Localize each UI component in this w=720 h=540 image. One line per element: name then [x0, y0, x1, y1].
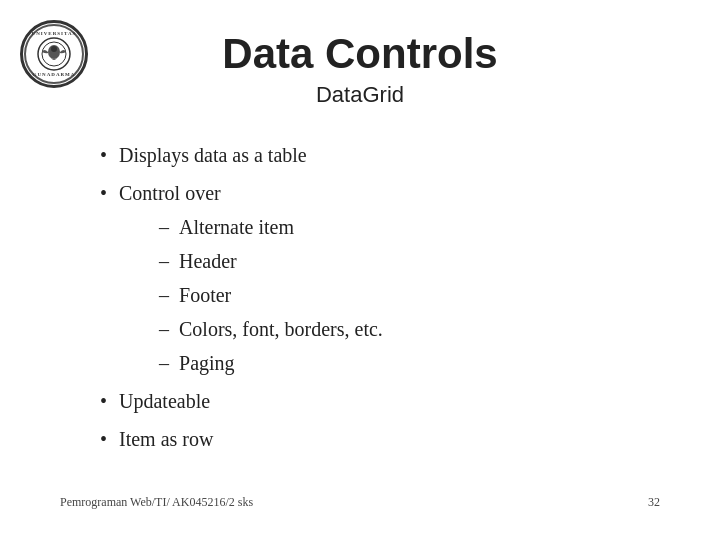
dash-2: – [159, 244, 169, 278]
bullet-item-3: • Updateable [100, 384, 660, 418]
bullet-text-4: Item as row [119, 422, 213, 456]
bullet-text-2: Control over [119, 182, 221, 204]
bullet-item-2: • Control over – Alternate item – Header [100, 176, 660, 380]
sub-text-4: Colors, font, borders, etc. [179, 312, 383, 346]
sub-item-1: – Alternate item [159, 210, 383, 244]
dash-3: – [159, 278, 169, 312]
logo-bottom-text: GUNADARMA [33, 72, 76, 77]
slide: UNIVERSITAS GUNADARMA [0, 0, 720, 540]
bullet-item-4: • Item as row [100, 422, 660, 456]
bullet-dot-1: • [100, 138, 107, 172]
sub-bullet-list: – Alternate item – Header – Footer – [119, 210, 383, 380]
dash-1: – [159, 210, 169, 244]
dash-4: – [159, 312, 169, 346]
sub-text-2: Header [179, 244, 237, 278]
main-bullet-list: • Displays data as a table • Control ove… [100, 138, 660, 456]
slide-header: UNIVERSITAS GUNADARMA [60, 30, 660, 108]
bullet-item-1: • Displays data as a table [100, 138, 660, 172]
logo-emblem-svg [36, 36, 72, 72]
sub-text-5: Paging [179, 346, 235, 380]
svg-point-3 [51, 46, 57, 52]
bullet-text-3: Updateable [119, 384, 210, 418]
sub-title: DataGrid [60, 82, 660, 108]
sub-text-1: Alternate item [179, 210, 294, 244]
footer-course: Pemrograman Web/TI/ AK045216/2 sks [60, 495, 253, 510]
university-logo: UNIVERSITAS GUNADARMA [20, 20, 90, 90]
footer-page: 32 [648, 495, 660, 510]
bullet-dot-2: • [100, 176, 107, 210]
sub-text-3: Footer [179, 278, 231, 312]
bullet-dot-3: • [100, 384, 107, 418]
sub-item-2: – Header [159, 244, 383, 278]
dash-5: – [159, 346, 169, 380]
sub-item-3: – Footer [159, 278, 383, 312]
slide-footer: Pemrograman Web/TI/ AK045216/2 sks 32 [60, 485, 660, 510]
sub-item-4: – Colors, font, borders, etc. [159, 312, 383, 346]
sub-item-5: – Paging [159, 346, 383, 380]
main-title: Data Controls [60, 30, 660, 78]
bullet-item-2-content: Control over – Alternate item – Header – [119, 176, 383, 380]
slide-content: • Displays data as a table • Control ove… [60, 138, 660, 485]
bullet-text-1: Displays data as a table [119, 138, 307, 172]
bullet-dot-4: • [100, 422, 107, 456]
